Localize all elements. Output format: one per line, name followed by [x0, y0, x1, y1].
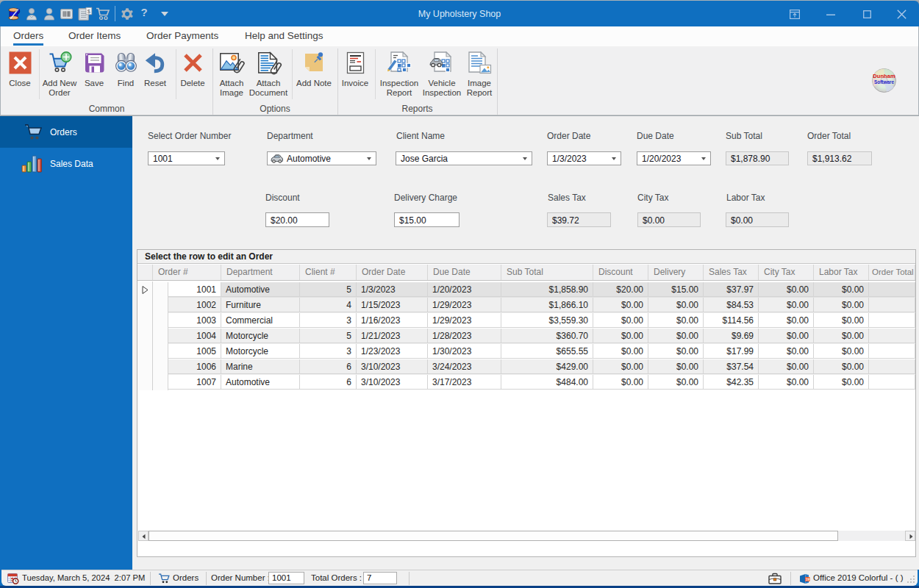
svg-text:Software: Software — [874, 79, 894, 85]
svg-text:19: 19 — [805, 577, 809, 581]
svg-text:Dunham: Dunham — [873, 73, 895, 79]
